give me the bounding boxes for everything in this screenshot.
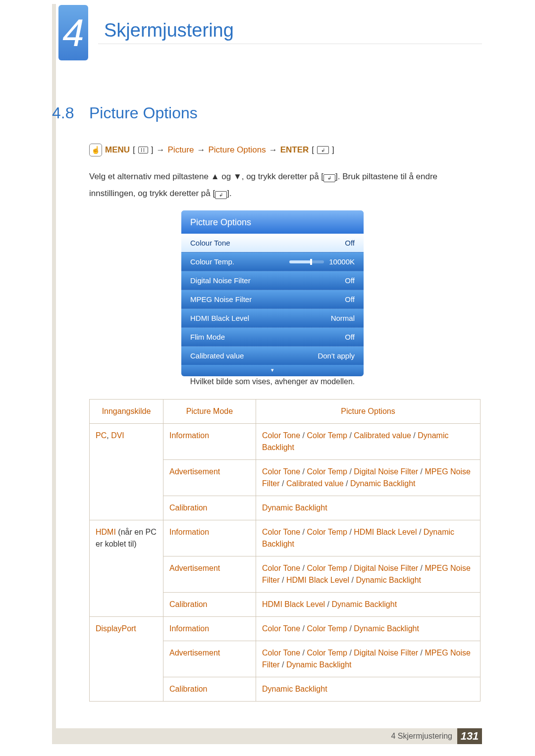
cell-options: Color Tone / Color Temp / Dynamic Backli… (256, 617, 481, 641)
option-item: Digital Noise Filter (354, 467, 418, 476)
osd-row: Colour Temp.10000K (181, 252, 364, 271)
osd-row-right: Off (345, 333, 355, 341)
option-item: HDMI Black Level (286, 576, 349, 584)
enter-icon: ↲ (323, 174, 335, 182)
body-paragraph: Velg et alternativ med piltastene ▲ og ▼… (89, 168, 481, 202)
cell-mode: Information (163, 424, 256, 460)
separator: / (347, 624, 354, 633)
separator: / (280, 660, 286, 669)
header-divider (98, 44, 482, 44)
osd-row: Calibrated valueDon't apply (181, 346, 364, 365)
options-table: Inngangskilde Picture Mode Picture Optio… (89, 399, 481, 702)
osd-row-label: HDMI Black Level (190, 314, 249, 322)
option-item: Color Temp (307, 528, 347, 536)
option-item: Dynamic Backlight (286, 660, 352, 669)
hand-icon: ☝ (89, 144, 102, 156)
page-footer: 4 Skjermjustering 131 (52, 728, 482, 744)
separator: / (347, 467, 354, 476)
separator: / (300, 528, 307, 536)
bracket-close: ] (332, 145, 334, 155)
separator: / (349, 576, 356, 584)
separator: / (347, 528, 354, 536)
option-item: Calibrated value (286, 479, 344, 488)
th-source: Inngangskilde (90, 400, 163, 424)
slider-icon (289, 260, 324, 263)
path-seg-1: Picture (168, 145, 194, 155)
cell-options: Dynamic Backlight (256, 677, 481, 702)
cell-mode: Calibration (163, 496, 256, 520)
osd-row-value: Normal (331, 314, 355, 322)
option-item: Color Temp (307, 467, 347, 476)
source-part: HDMI (96, 528, 116, 536)
cell-options: Color Tone / Color Temp / Digital Noise … (256, 460, 481, 496)
cell-options: Dynamic Backlight (256, 496, 481, 520)
menu-grid-icon (138, 147, 148, 153)
source-part: DisplayPort (96, 624, 136, 633)
section-number: 4.8 (52, 104, 74, 122)
option-item: Color Tone (262, 649, 300, 657)
osd-row-right: Off (345, 295, 355, 303)
osd-row-right: 10000K (289, 257, 355, 266)
separator: / (347, 649, 354, 657)
chapter-badge: 4 (58, 5, 88, 60)
option-item: Dynamic Backlight (262, 685, 327, 693)
table-row: HDMI (når en PC er koblet til)Informatio… (90, 520, 481, 556)
option-item: HDMI Black Level (354, 528, 417, 536)
separator: / (300, 649, 307, 657)
osd-menu: Picture Options Colour ToneOffColour Tem… (181, 210, 364, 376)
separator: / (300, 564, 307, 572)
osd-row-value: Off (345, 295, 355, 303)
page-number: 131 (457, 728, 482, 744)
doc-title: Skjermjustering (104, 20, 234, 41)
option-item: Dynamic Backlight (350, 479, 416, 488)
cell-mode: Calibration (163, 677, 256, 702)
table-row: DisplayPortInformationColor Tone / Color… (90, 617, 481, 641)
bracket-open: [ (312, 145, 314, 155)
osd-row-value: Off (345, 239, 355, 247)
bracket-close: ] (151, 145, 154, 155)
osd-row-value: Off (345, 333, 355, 341)
option-item: Dynamic Backlight (332, 600, 397, 608)
separator: / (418, 564, 425, 572)
separator: / (347, 564, 354, 572)
osd-scroll-down-icon: ▾ (181, 365, 364, 376)
footer-text: 4 Skjermjustering (391, 732, 452, 741)
osd-row: HDMI Black LevelNormal (181, 308, 364, 327)
option-item: Color Temp (307, 564, 347, 572)
source-part: DVI (111, 431, 124, 440)
enter-icon: ↲ (317, 146, 329, 154)
osd-row: Colour ToneOff (181, 234, 364, 252)
osd-title: Picture Options (181, 210, 364, 234)
option-item: Dynamic Backlight (262, 504, 327, 512)
separator: / (417, 528, 423, 536)
arrow-icon: → (157, 145, 165, 155)
separator: / (418, 467, 425, 476)
option-item: Color Tone (262, 564, 300, 572)
option-item: Dynamic Backlight (354, 624, 419, 633)
osd-row-right: Don't apply (318, 352, 355, 360)
osd-row-label: Digital Noise Filter (190, 276, 251, 285)
bracket-open: [ (133, 145, 135, 155)
cell-options: Color Tone / Color Temp / Digital Noise … (256, 641, 481, 677)
separator: / (300, 431, 307, 440)
osd-caption: Hvilket bilde som vises, avhenger av mod… (181, 377, 364, 386)
osd-row-label: Colour Tone (190, 239, 230, 247)
cell-mode: Advertisement (163, 556, 256, 593)
option-item: Dynamic Backlight (356, 576, 421, 584)
cell-mode: Advertisement (163, 460, 256, 496)
section-title: Picture Options (89, 104, 198, 122)
separator: / (325, 600, 331, 608)
separator: / (280, 479, 286, 488)
option-item: Color Temp (307, 431, 347, 440)
enter-icon: ↲ (215, 191, 227, 199)
separator: / (418, 649, 425, 657)
option-item: Digital Noise Filter (354, 649, 418, 657)
osd-row: Digital Noise FilterOff (181, 271, 364, 290)
cell-options: Color Tone / Color Temp / Calibrated val… (256, 424, 481, 460)
osd-row-value: 10000K (329, 257, 355, 266)
arrow-icon: → (269, 145, 277, 155)
menu-path: ☝ MENU [ ] → Picture → Picture Options →… (89, 144, 334, 156)
option-item: Color Temp (307, 624, 347, 633)
body-text-c: ]. (227, 189, 231, 198)
cell-source: HDMI (når en PC er koblet til) (90, 520, 163, 617)
